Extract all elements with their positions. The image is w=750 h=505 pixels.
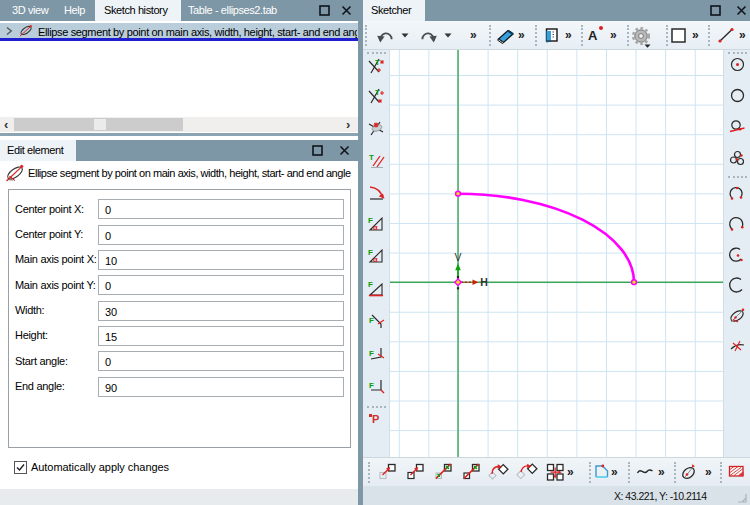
svg-text:T: T [375,58,380,67]
svg-text:F: F [369,381,374,390]
svg-text:V: V [455,251,462,263]
svg-text:α: α [373,223,378,232]
svg-text:F: F [368,280,373,289]
svg-text:T: T [369,153,374,162]
svg-text:T: T [375,88,380,97]
svg-text:F: F [369,316,374,325]
svg-text:H: H [480,276,487,288]
svg-text:F: F [369,349,374,358]
svg-text:α: α [373,255,378,264]
